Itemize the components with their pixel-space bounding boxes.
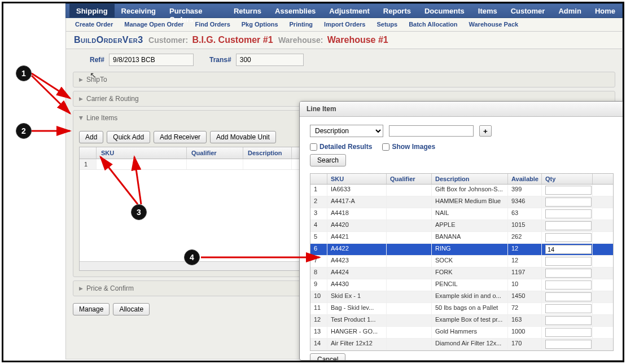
- annotation-2: 2: [16, 123, 32, 139]
- search-field-select[interactable]: Description: [310, 125, 383, 137]
- subnav-printing[interactable]: Printing: [284, 18, 319, 31]
- add-receiver-button[interactable]: Add Receiver: [154, 131, 207, 143]
- annotation-3: 3: [131, 204, 147, 220]
- results-header-available[interactable]: Available: [508, 174, 542, 184]
- results-header-sku[interactable]: SKU: [327, 174, 387, 184]
- subnav-import-orders[interactable]: Import Orders: [318, 18, 371, 31]
- add-button[interactable]: Add: [79, 131, 103, 143]
- topnav-shipping[interactable]: Shipping: [69, 4, 115, 17]
- quick-add-button[interactable]: Quick Add: [107, 131, 150, 143]
- row-qualifier: [387, 256, 432, 267]
- detailed-results-checkbox-input[interactable]: [310, 143, 317, 151]
- search-text-input[interactable]: [389, 125, 474, 137]
- results-row[interactable]: 13HANGER - GO...Gold Hammers1000: [310, 327, 613, 339]
- row-available: 63: [508, 208, 542, 220]
- add-filter-button[interactable]: +: [479, 125, 492, 137]
- results-row[interactable]: 14Air Filter 12x12Diamond Air Filter 12x…: [310, 339, 613, 350]
- section-shipto: ▶ ShipTo: [73, 72, 615, 87]
- row-qty-input[interactable]: [545, 186, 592, 195]
- topnav-adjustment[interactable]: Adjustment: [322, 4, 377, 17]
- topnav-admin[interactable]: Admin: [551, 4, 588, 17]
- row-sku: A4417-A: [327, 196, 387, 208]
- row-qty-input[interactable]: [545, 221, 592, 230]
- row-index: 7: [310, 256, 327, 267]
- grid-row-index: 1: [80, 159, 97, 169]
- row-qty-input[interactable]: [545, 245, 592, 254]
- results-header-qualifier[interactable]: Qualifier: [387, 174, 432, 184]
- row-qty-input[interactable]: [545, 316, 592, 325]
- subnav-batch-allocation[interactable]: Batch Allocation: [403, 18, 463, 31]
- results-row[interactable]: 7A4423SOCK12: [310, 256, 613, 267]
- show-images-checkbox-input[interactable]: [382, 143, 389, 151]
- row-qty-input[interactable]: [545, 233, 592, 242]
- topnav-assemblies[interactable]: Assemblies: [268, 4, 322, 17]
- results-row[interactable]: 9A4430PENCIL10: [310, 279, 613, 291]
- results-row[interactable]: 1IA6633Gift Box for Johnson-S...399: [310, 185, 613, 196]
- detailed-results-checkbox[interactable]: Detailed Results: [310, 143, 372, 151]
- row-sku: Bag - Skid lev...: [327, 303, 387, 314]
- grid-header-sku[interactable]: SKU: [97, 147, 187, 159]
- topnav-documents[interactable]: Documents: [418, 4, 471, 17]
- row-available: 1450: [508, 291, 542, 302]
- row-available: 1000: [508, 327, 542, 338]
- add-movable-unit-button[interactable]: Add Movable Unit: [210, 131, 276, 143]
- topnav-items[interactable]: Items: [471, 4, 504, 17]
- allocate-button[interactable]: Allocate: [113, 303, 150, 315]
- row-qty-input[interactable]: [545, 340, 592, 349]
- results-row[interactable]: 2A4417-AHAMMER Medium Blue9346: [310, 196, 613, 208]
- row-available: 170: [508, 339, 542, 350]
- topnav-customer[interactable]: Customer: [504, 4, 552, 17]
- manage-button[interactable]: Manage: [73, 303, 110, 315]
- row-qualifier: [387, 232, 432, 243]
- row-qty-cell: [542, 232, 593, 243]
- subnav-create-order[interactable]: Create Order: [69, 18, 119, 31]
- show-images-checkbox[interactable]: Show Images: [382, 143, 435, 151]
- svg-line-0: [32, 73, 70, 98]
- topnav-home[interactable]: Home: [588, 4, 622, 17]
- results-row[interactable]: 12Test Product 1...Example Box of test p…: [310, 315, 613, 327]
- customer-value: B.I.G. Customer #1: [192, 35, 273, 45]
- row-description: BANANA: [432, 232, 508, 243]
- row-index: 12: [310, 315, 327, 326]
- row-qualifier: [387, 303, 432, 314]
- row-qty-input[interactable]: [545, 328, 592, 337]
- topnav-purchase-orders[interactable]: Purchase Orders: [163, 4, 227, 17]
- grid-header-index: [80, 147, 97, 159]
- subnav-pkg-options[interactable]: Pkg Options: [236, 18, 284, 31]
- results-row[interactable]: 3A4418NAIL63: [310, 208, 613, 220]
- row-qty-input[interactable]: [545, 280, 592, 290]
- row-qty-input[interactable]: [545, 292, 592, 301]
- cancel-button[interactable]: Cancel: [310, 353, 345, 361]
- subnav-setups[interactable]: Setups: [371, 18, 403, 31]
- row-index: 4: [310, 220, 327, 231]
- results-row[interactable]: 11Bag - Skid lev...50 lbs bags on a Pall…: [310, 303, 613, 315]
- subnav-warehouse-pack[interactable]: Warehouse Pack: [463, 18, 524, 31]
- results-header-qty[interactable]: Qty: [542, 174, 593, 184]
- row-qty-cell: [542, 303, 593, 314]
- row-description: HAMMER Medium Blue: [432, 196, 508, 208]
- ref-input[interactable]: [109, 54, 194, 66]
- subnav-find-orders[interactable]: Find Orders: [189, 18, 235, 31]
- row-qty-input[interactable]: [545, 304, 592, 313]
- results-row[interactable]: 10Skid Ex - 1Example skid in and o...145…: [310, 291, 613, 303]
- results-row[interactable]: 5A4421BANANA262: [310, 232, 613, 244]
- results-header-description[interactable]: Description: [432, 174, 508, 184]
- topnav-reports[interactable]: Reports: [377, 4, 418, 17]
- row-sku: A4418: [327, 208, 387, 220]
- topnav-receiving[interactable]: Receiving: [115, 4, 163, 17]
- row-qualifier: [387, 327, 432, 338]
- row-qty-input[interactable]: [545, 209, 592, 218]
- row-qty-input[interactable]: [545, 257, 592, 266]
- section-shipto-head[interactable]: ▶ ShipTo: [73, 72, 615, 87]
- row-qty-input[interactable]: [545, 198, 592, 207]
- trans-input[interactable]: [236, 54, 304, 66]
- topnav-returns[interactable]: Returns: [227, 4, 268, 17]
- row-qty-input[interactable]: [545, 269, 592, 278]
- results-row[interactable]: 8A4424FORK1197: [310, 267, 613, 279]
- search-button[interactable]: Search: [310, 154, 346, 166]
- results-row[interactable]: 6A4422RING12: [310, 244, 613, 256]
- results-row[interactable]: 4A4420APPLE1015: [310, 220, 613, 232]
- grid-header-qualifier[interactable]: Qualifier: [187, 147, 243, 159]
- grid-header-description[interactable]: Description: [243, 147, 292, 159]
- row-qty-cell: [542, 196, 593, 208]
